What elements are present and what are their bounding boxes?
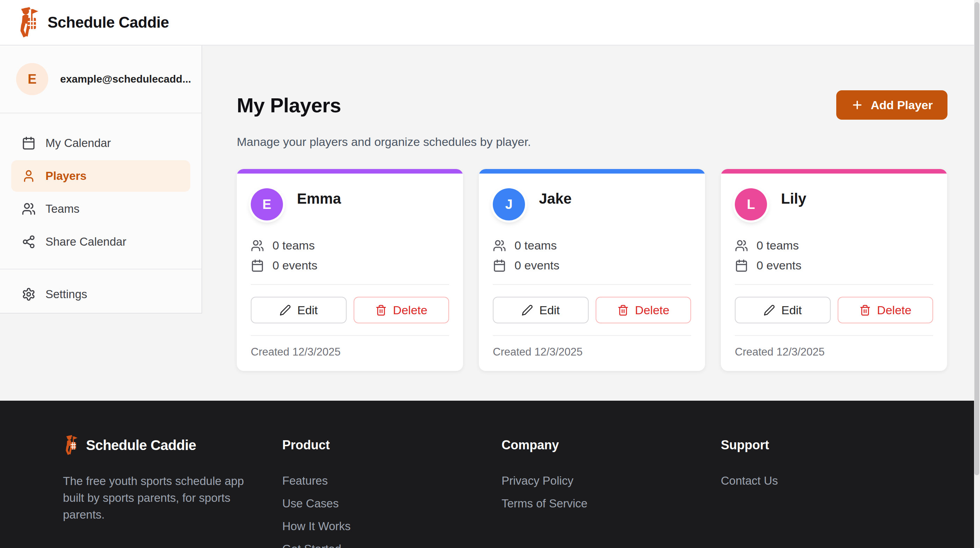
footer-support-column: Support Contact Us [721,434,940,548]
player-name: Emma [297,190,341,207]
delete-button[interactable]: Delete [838,297,934,323]
sidebar: E example@schedulecadd... My Calendar Pl… [0,46,202,314]
top-header: Schedule Caddie [0,0,974,46]
app-title: Schedule Caddie [48,14,169,31]
delete-button[interactable]: Delete [596,297,692,323]
add-player-button[interactable]: Add Player [836,90,948,119]
sidebar-item-label: Share Calendar [46,235,126,249]
sidebar-item-share-calendar[interactable]: Share Calendar [11,226,190,258]
trash-icon [617,304,629,316]
scrollbar-track[interactable] [974,0,980,548]
footer-tagline: The free youth sports schedule app built… [63,473,266,523]
add-player-label: Add Player [870,98,933,112]
user-icon [22,169,36,183]
sidebar-item-teams[interactable]: Teams [11,193,190,225]
events-stat: 0 events [251,259,449,272]
card-divider [493,284,691,285]
card-divider [251,284,449,285]
scrollbar-thumb[interactable] [974,2,979,475]
card-color-bar [479,169,705,174]
sidebar-item-settings[interactable]: Settings [11,279,190,310]
footer-brand-column: Schedule Caddie The free youth sports sc… [63,434,282,548]
pencil-icon [280,304,291,316]
created-date: Created 12/3/2025 [735,346,933,358]
edit-label: Edit [781,303,802,317]
teams-stat: 0 teams [735,239,933,252]
card-divider [735,335,933,336]
page-subtitle: Manage your players and organize schedul… [237,135,948,149]
calendar-icon [735,259,748,272]
caddie-logo-icon [63,434,78,456]
sidebar-item-label: My Calendar [46,137,111,150]
footer-link-privacy-policy[interactable]: Privacy Policy [501,474,721,487]
calendar-icon [493,259,506,272]
users-icon [22,202,36,216]
footer-brand-name: Schedule Caddie [86,437,196,453]
footer-heading-support: Support [721,438,940,452]
edit-button[interactable]: Edit [251,297,347,323]
player-avatar: J [493,188,525,220]
footer-heading-product: Product [282,438,501,452]
created-date: Created 12/3/2025 [251,346,449,358]
sidebar-item-my-calendar[interactable]: My Calendar [11,127,190,159]
player-cards: E Emma 0 teams 0 events [237,169,948,371]
player-card-lily: L Lily 0 teams 0 events [721,169,947,371]
user-avatar: E [16,63,48,95]
events-count: 0 events [272,259,318,272]
gear-icon [22,287,36,301]
sidebar-item-players[interactable]: Players [11,160,190,192]
player-name: Jake [539,190,571,207]
page-title: My Players [237,94,341,117]
delete-label: Delete [877,303,912,317]
player-card-jake: J Jake 0 teams 0 events [479,169,705,371]
sidebar-item-label: Teams [46,202,80,215]
teams-count: 0 teams [272,239,315,252]
calendar-icon [251,259,264,272]
events-stat: 0 events [493,259,691,272]
events-count: 0 events [757,259,802,272]
footer-company-column: Company Privacy Policy Terms of Service [501,434,721,548]
player-card-emma: E Emma 0 teams 0 events [237,169,463,371]
users-icon [493,239,506,252]
caddie-logo-icon [16,5,38,40]
player-name: Lily [781,190,806,207]
delete-button[interactable]: Delete [353,297,449,323]
events-count: 0 events [514,259,560,272]
calendar-icon [22,136,36,150]
users-icon [251,239,264,252]
teams-count: 0 teams [757,239,799,252]
user-email: example@schedulecadd... [60,73,191,85]
player-avatar: E [251,188,283,220]
edit-button[interactable]: Edit [493,297,589,323]
card-divider [251,335,449,336]
footer-link-use-cases[interactable]: Use Cases [282,497,501,510]
share-icon [22,235,36,249]
edit-label: Edit [297,303,318,317]
edit-button[interactable]: Edit [735,297,830,323]
card-color-bar [721,169,947,174]
footer-link-contact-us[interactable]: Contact Us [721,474,940,487]
delete-label: Delete [635,303,670,317]
events-stat: 0 events [735,259,933,272]
sidebar-item-label: Settings [46,288,87,301]
footer-link-how-it-works[interactable]: How It Works [282,520,501,533]
user-section: E example@schedulecadd... [0,46,202,113]
trash-icon [375,304,387,316]
teams-stat: 0 teams [251,239,449,252]
pencil-icon [522,304,533,316]
footer-link-terms-of-service[interactable]: Terms of Service [501,497,721,510]
footer-product-column: Product Features Use Cases How It Works … [282,434,501,548]
footer-link-features[interactable]: Features [282,474,501,487]
card-divider [735,284,933,285]
footer-link-get-started[interactable]: Get Started [282,542,501,548]
plus-icon [851,99,864,111]
teams-stat: 0 teams [493,239,691,252]
trash-icon [859,304,871,316]
users-icon [735,239,748,252]
created-date: Created 12/3/2025 [493,346,691,358]
footer-heading-company: Company [501,438,721,452]
delete-label: Delete [393,303,427,317]
teams-count: 0 teams [514,239,557,252]
footer: Schedule Caddie The free youth sports sc… [0,401,974,548]
player-avatar: L [735,188,767,220]
